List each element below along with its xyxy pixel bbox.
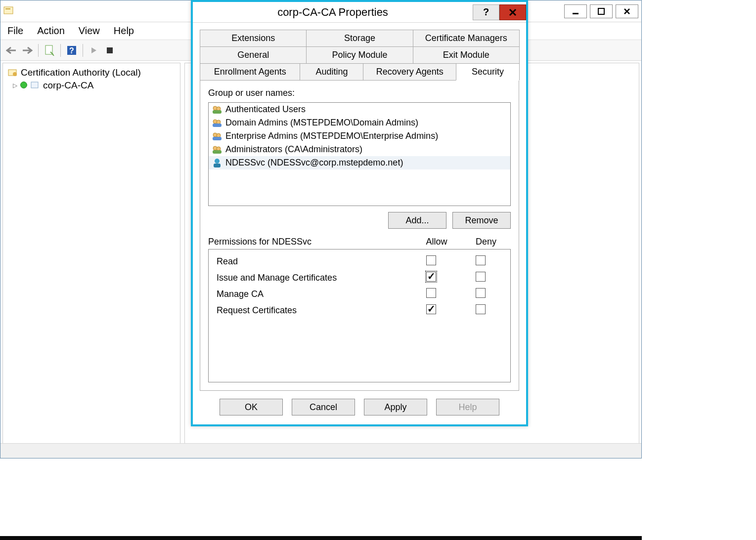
svg-point-18 xyxy=(217,107,221,111)
close-button[interactable] xyxy=(616,4,638,18)
permission-row: Request Certificates xyxy=(212,302,507,319)
dialog-footer: OK Cancel Apply Help xyxy=(193,391,526,424)
tab-security[interactable]: Security xyxy=(456,63,520,81)
tree-panel[interactable]: Certification Authority (Local) ▷ corp-C… xyxy=(2,63,180,456)
list-item[interactable]: Domain Admins (MSTEPDEMO\Domain Admins) xyxy=(209,116,510,129)
svg-rect-1 xyxy=(5,8,10,9)
svg-rect-14 xyxy=(31,82,38,88)
list-item[interactable]: Administrators (CA\Administrators) xyxy=(209,143,510,156)
svg-rect-3 xyxy=(598,8,604,14)
group-icon xyxy=(212,145,222,155)
permission-name: Issue and Manage Certificates xyxy=(214,273,406,283)
svg-point-29 xyxy=(215,159,220,164)
group-icon xyxy=(212,131,222,141)
allow-column-header: Allow xyxy=(412,237,461,247)
stop-icon[interactable] xyxy=(103,43,117,57)
list-item-label: NDESSvc (NDESSvc@corp.mstepdemo.net) xyxy=(225,158,403,168)
expand-icon[interactable]: ▷ xyxy=(13,82,17,89)
tree-root-label: Certification Authority (Local) xyxy=(21,67,141,78)
deny-checkbox[interactable] xyxy=(476,288,486,298)
allow-checkbox[interactable] xyxy=(426,288,436,298)
dialog-titlebar[interactable]: corp-CA-CA Properties ? xyxy=(193,2,526,23)
deny-checkbox[interactable] xyxy=(476,255,486,265)
app-icon xyxy=(3,5,14,17)
permissions-for-label: Permissions for NDESSvc xyxy=(208,237,412,247)
permission-row: Manage CA xyxy=(212,286,507,302)
tree-root-item[interactable]: Certification Authority (Local) xyxy=(6,66,177,79)
permission-name: Read xyxy=(214,256,406,267)
tab-extensions[interactable]: Extensions xyxy=(200,30,307,47)
deny-checkbox[interactable] xyxy=(476,272,486,282)
tab-policy-module[interactable]: Policy Module xyxy=(306,46,413,64)
dialog-close-button[interactable] xyxy=(499,4,526,20)
taskbar-sliver xyxy=(0,536,642,540)
status-bar xyxy=(0,443,641,458)
dialog-help-button[interactable]: ? xyxy=(473,4,499,20)
svg-rect-30 xyxy=(214,164,221,167)
allow-checkbox[interactable] xyxy=(426,272,436,282)
svg-point-21 xyxy=(217,120,221,124)
svg-rect-22 xyxy=(213,124,222,127)
tab-strip: Extensions Storage Certificate Managers … xyxy=(200,30,519,80)
svg-marker-10 xyxy=(91,47,96,53)
play-icon[interactable] xyxy=(87,43,101,57)
tab-certificate-managers[interactable]: Certificate Managers xyxy=(413,30,520,47)
list-item[interactable]: Enterprise Admins (MSTEPDEMO\Enterprise … xyxy=(209,129,510,143)
forward-button[interactable] xyxy=(20,43,34,57)
svg-rect-0 xyxy=(4,7,13,14)
list-item-label: Enterprise Admins (MSTEPDEMO\Enterprise … xyxy=(225,131,438,141)
status-ok-icon xyxy=(20,80,27,91)
allow-checkbox[interactable] xyxy=(426,255,436,265)
permission-name: Manage CA xyxy=(214,289,406,299)
tab-recovery-agents[interactable]: Recovery Agents xyxy=(363,63,456,81)
users-listbox[interactable]: Authenticated Users Domain Admins (MSTEP… xyxy=(208,102,511,206)
group-icon xyxy=(212,105,222,115)
tab-auditing[interactable]: Auditing xyxy=(300,63,363,81)
toolbar-separator xyxy=(60,44,61,57)
remove-button[interactable]: Remove xyxy=(452,212,511,229)
permission-name: Request Certificates xyxy=(214,305,406,316)
tab-enrollment-agents[interactable]: Enrollment Agents xyxy=(200,63,300,81)
svg-rect-25 xyxy=(213,137,222,140)
deny-checkbox[interactable] xyxy=(476,304,486,314)
menu-view[interactable]: View xyxy=(79,25,100,37)
list-item-label: Administrators (CA\Administrators) xyxy=(225,144,362,155)
menu-action[interactable]: Action xyxy=(37,25,65,37)
menu-help[interactable]: Help xyxy=(114,25,134,37)
maximize-button[interactable] xyxy=(590,4,613,18)
group-icon xyxy=(212,118,222,128)
permissions-list: Read Issue and Manage Certificates Manag… xyxy=(208,249,511,382)
help-button[interactable]: Help xyxy=(436,399,499,415)
tree-child-label: corp-CA-CA xyxy=(43,80,93,91)
dialog-title: corp-CA-CA Properties xyxy=(193,6,473,19)
properties-dialog: corp-CA-CA Properties ? Extensions Stora… xyxy=(191,0,528,426)
tab-exit-module[interactable]: Exit Module xyxy=(413,46,520,64)
list-item-label: Domain Admins (MSTEPDEMO\Domain Admins) xyxy=(225,118,418,128)
ca-node-icon xyxy=(30,81,40,90)
menu-file[interactable]: File xyxy=(7,25,23,37)
svg-rect-11 xyxy=(107,47,113,53)
group-user-names-label: Group or user names: xyxy=(208,88,511,98)
list-item-selected[interactable]: NDESSvc (NDESSvc@corp.mstepdemo.net) xyxy=(209,156,510,169)
add-button[interactable]: Add... xyxy=(388,212,446,229)
tab-storage[interactable]: Storage xyxy=(306,30,413,47)
svg-rect-19 xyxy=(213,110,222,114)
list-item[interactable]: Authenticated Users xyxy=(209,103,510,116)
ok-button[interactable]: OK xyxy=(220,399,283,415)
allow-checkbox[interactable] xyxy=(426,304,436,314)
help-icon[interactable]: ? xyxy=(65,43,79,57)
tree-child-item[interactable]: ▷ corp-CA-CA xyxy=(6,79,177,92)
permission-row: Issue and Manage Certificates xyxy=(212,270,507,286)
properties-icon[interactable] xyxy=(43,43,56,57)
minimize-button[interactable] xyxy=(564,4,587,18)
security-tab-content: Group or user names: Authenticated Users… xyxy=(200,80,519,391)
back-button[interactable] xyxy=(4,43,18,57)
cancel-button[interactable]: Cancel xyxy=(292,399,355,415)
deny-column-header: Deny xyxy=(461,237,511,247)
list-item-label: Authenticated Users xyxy=(225,104,306,115)
toolbar-separator xyxy=(83,44,83,57)
permission-row: Read xyxy=(212,253,507,270)
tab-general[interactable]: General xyxy=(200,46,307,64)
toolbar-separator xyxy=(38,44,39,57)
apply-button[interactable]: Apply xyxy=(364,399,427,415)
